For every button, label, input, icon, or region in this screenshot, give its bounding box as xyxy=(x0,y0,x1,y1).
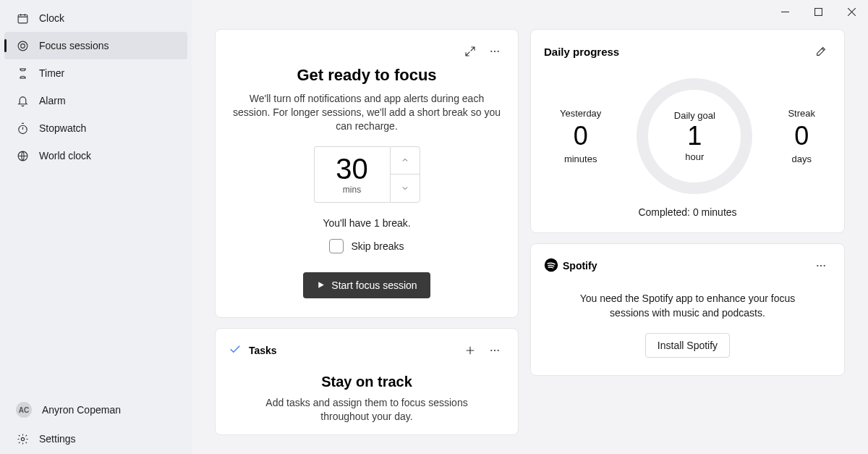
spotify-description: You need the Spotify app to enhance your… xyxy=(544,283,831,333)
sidebar-item-label: World clock xyxy=(39,150,91,161)
break-info: You'll have 1 break. xyxy=(229,217,505,229)
sidebar: Clock Focus sessions Timer Alarm Stopwat… xyxy=(0,0,192,454)
sidebar-item-stopwatch[interactable]: Stopwatch xyxy=(4,114,187,142)
globe-icon xyxy=(16,149,29,162)
sidebar-item-label: Focus sessions xyxy=(39,40,109,51)
streak-label: Streak xyxy=(788,108,815,119)
sidebar-item-label: Timer xyxy=(39,67,64,79)
yesterday-label: Yesterday xyxy=(560,108,601,119)
minimize-button[interactable] xyxy=(768,0,801,23)
sidebar-item-clock[interactable]: Clock xyxy=(4,4,187,32)
streak-value: 0 xyxy=(794,121,809,151)
tasks-description: Add tasks and assign them to focus sessi… xyxy=(229,396,505,424)
sidebar-item-world-clock[interactable]: World clock xyxy=(4,142,187,169)
svg-point-15 xyxy=(817,265,818,266)
sidebar-item-timer[interactable]: Timer xyxy=(4,59,187,87)
more-button[interactable] xyxy=(485,41,505,62)
daily-goal-ring: Daily goal 1 hour xyxy=(633,75,756,198)
add-task-button[interactable] xyxy=(460,340,480,361)
svg-rect-6 xyxy=(814,8,822,15)
timer-control: 30 mins xyxy=(229,146,505,203)
compact-view-button[interactable] xyxy=(460,41,480,62)
focus-card: Get ready to focus We'll turn off notifi… xyxy=(215,29,519,318)
svg-point-17 xyxy=(824,265,825,266)
avatar: AC xyxy=(16,402,32,418)
svg-rect-0 xyxy=(18,14,27,22)
progress-ring-icon xyxy=(633,75,756,198)
spotify-more-button[interactable] xyxy=(811,256,831,276)
hourglass-icon xyxy=(16,67,29,80)
clock-icon xyxy=(16,12,29,25)
timer-minutes: 30 xyxy=(336,154,368,183)
tasks-header-label: Tasks xyxy=(249,345,277,356)
streak-stat: Streak 0 days xyxy=(788,108,815,164)
svg-point-16 xyxy=(820,265,822,266)
focus-description: We'll turn off notifications and app ale… xyxy=(229,92,505,133)
svg-point-9 xyxy=(498,51,499,52)
spotify-card: Spotify You need the Spotify app to enha… xyxy=(530,243,845,376)
sidebar-user[interactable]: AC Anyron Copeman xyxy=(4,395,187,425)
main-area: Get ready to focus We'll turn off notifi… xyxy=(192,0,868,454)
sidebar-item-label: Alarm xyxy=(39,95,66,106)
skip-breaks-checkbox[interactable] xyxy=(329,239,344,253)
tasks-title: Stay on track xyxy=(229,374,505,390)
svg-point-1 xyxy=(18,41,27,51)
start-button-label: Start focus session xyxy=(331,279,417,291)
completed-text: Completed: 0 minutes xyxy=(544,206,831,218)
svg-point-2 xyxy=(20,43,25,48)
svg-point-12 xyxy=(498,350,499,351)
titlebar xyxy=(192,0,868,23)
tasks-more-button[interactable] xyxy=(485,340,505,361)
decrease-time-button[interactable] xyxy=(391,175,420,202)
daily-progress-card: Daily progress Yesterday 0 minutes Daily… xyxy=(530,29,845,233)
sidebar-item-focus-sessions[interactable]: Focus sessions xyxy=(4,32,187,59)
stopwatch-icon xyxy=(16,122,29,135)
tasks-card: Tasks Stay on track Add tasks and assign… xyxy=(215,328,519,436)
gear-icon xyxy=(16,432,29,445)
spotify-brand-label: Spotify xyxy=(563,260,597,272)
svg-point-10 xyxy=(490,350,492,351)
target-icon xyxy=(16,39,29,52)
sidebar-item-label: Stopwatch xyxy=(39,122,86,134)
yesterday-value: 0 xyxy=(574,121,588,151)
maximize-button[interactable] xyxy=(801,0,835,23)
timer-unit: mins xyxy=(343,185,361,195)
svg-point-8 xyxy=(494,51,495,52)
sidebar-item-label: Clock xyxy=(39,12,64,24)
streak-unit: days xyxy=(791,154,811,164)
svg-point-5 xyxy=(21,437,24,440)
edit-daily-goal-button[interactable] xyxy=(811,41,831,62)
increase-time-button[interactable] xyxy=(391,147,420,175)
daily-progress-title: Daily progress xyxy=(544,46,619,58)
sidebar-settings[interactable]: Settings xyxy=(4,425,187,453)
settings-label: Settings xyxy=(39,433,76,445)
timer-value-box[interactable]: 30 mins xyxy=(314,146,390,203)
start-focus-button[interactable]: Start focus session xyxy=(303,272,430,298)
bell-icon xyxy=(16,94,29,107)
spotify-logo-icon xyxy=(544,258,558,274)
svg-point-7 xyxy=(490,51,492,52)
yesterday-stat: Yesterday 0 minutes xyxy=(560,108,601,164)
yesterday-unit: minutes xyxy=(564,154,597,164)
skip-breaks-label: Skip breaks xyxy=(351,240,404,252)
svg-point-11 xyxy=(494,350,495,351)
install-spotify-button[interactable]: Install Spotify xyxy=(645,333,730,358)
sidebar-item-alarm[interactable]: Alarm xyxy=(4,87,187,114)
svg-point-13 xyxy=(642,84,746,188)
close-button[interactable] xyxy=(835,0,868,23)
play-icon xyxy=(316,280,326,290)
tasks-icon xyxy=(229,342,242,358)
focus-title: Get ready to focus xyxy=(229,66,505,85)
user-name: Anyron Copeman xyxy=(42,404,121,416)
